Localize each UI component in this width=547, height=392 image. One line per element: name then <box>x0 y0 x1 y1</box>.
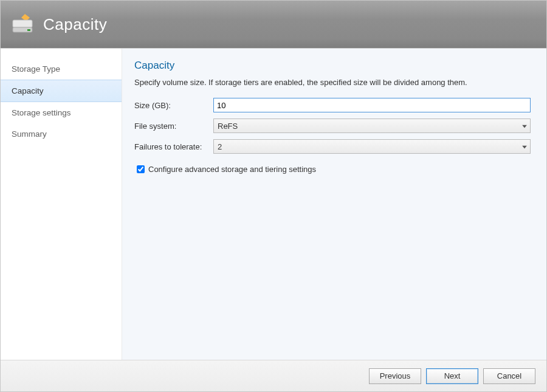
wizard-footer: Previous Next Cancel <box>1 360 546 391</box>
failures-value: 2 <box>218 142 222 151</box>
capacity-panel: Capacity Specify volume size. If storage… <box>122 49 546 360</box>
filesystem-label: File system: <box>134 122 213 131</box>
size-input[interactable] <box>213 98 531 112</box>
size-label: Size (GB): <box>134 101 213 110</box>
step-storage-type[interactable]: Storage Type <box>1 58 122 80</box>
step-capacity[interactable]: Capacity <box>1 80 122 102</box>
advanced-settings-label: Configure advanced storage and tiering s… <box>148 165 316 174</box>
size-row: Size (GB): <box>134 98 531 112</box>
wizard-title: Capacity <box>43 15 107 34</box>
step-storage-settings[interactable]: Storage settings <box>1 102 122 123</box>
wizard-body: Storage Type Capacity Storage settings S… <box>1 48 546 360</box>
wizard-steps: Storage Type Capacity Storage settings S… <box>1 49 122 360</box>
next-button[interactable]: Next <box>426 368 478 384</box>
advanced-settings-row: Configure advanced storage and tiering s… <box>134 163 531 175</box>
failures-row: Failures to tolerate: 2 <box>134 139 531 154</box>
failures-select[interactable]: 2 <box>213 139 531 154</box>
advanced-settings-checkbox[interactable] <box>137 165 145 173</box>
panel-description: Specify volume size. If storage tiers ar… <box>134 78 531 87</box>
svg-rect-3 <box>27 29 30 31</box>
wizard-banner: Capacity <box>1 1 546 48</box>
failures-label: Failures to tolerate: <box>134 142 213 151</box>
drive-icon <box>12 14 36 35</box>
filesystem-row: File system: ReFS <box>134 119 531 133</box>
step-summary[interactable]: Summary <box>1 123 122 145</box>
previous-button[interactable]: Previous <box>369 368 421 384</box>
panel-title: Capacity <box>134 60 531 72</box>
filesystem-value: ReFS <box>218 122 238 131</box>
cancel-button[interactable]: Cancel <box>483 368 535 384</box>
filesystem-select[interactable]: ReFS <box>213 119 531 133</box>
svg-rect-1 <box>13 20 32 27</box>
